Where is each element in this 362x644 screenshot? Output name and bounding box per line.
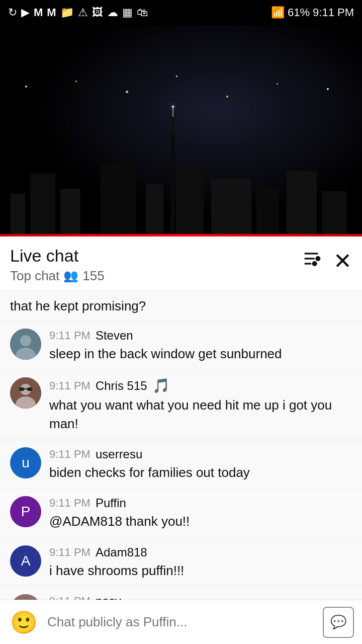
- emoji-icon: 🙂: [10, 609, 38, 635]
- music-note-icon: 🎵: [152, 377, 170, 394]
- msg-time: 9:11 PM: [49, 546, 90, 559]
- svg-point-3: [316, 257, 320, 261]
- mastodon-icon: M: [47, 6, 56, 19]
- msg-text: what you want what you need hit me up i …: [49, 396, 352, 433]
- chat-message-chris: 9:11 PM Chris 515 🎵 what you want what y…: [0, 370, 362, 440]
- chat-message-adam: A 9:11 PM Adam818 i have shrooms puffin!…: [0, 538, 362, 587]
- top-chat-label: Top chat: [10, 268, 59, 284]
- viewer-count: 155: [82, 268, 104, 284]
- message-content-adam: 9:11 PM Adam818 i have shrooms puffin!!!: [49, 545, 352, 580]
- time-display: 9:11 PM: [313, 6, 354, 19]
- svg-point-6: [20, 335, 31, 346]
- msg-time: 9:11 PM: [49, 497, 90, 510]
- message-content-userresu: 9:11 PM userresu biden checks for famili…: [49, 447, 352, 481]
- msg-author-adam: Adam818: [96, 545, 147, 559]
- progress-bar: [0, 234, 362, 236]
- live-chat-panel: Live chat Top chat 👥 155 ✕: [0, 236, 362, 644]
- folder-icon: 📁: [60, 6, 74, 19]
- msg-text: biden checks for families out today: [49, 463, 352, 481]
- photo-icon: 🖼: [92, 6, 103, 19]
- svg-point-4: [313, 262, 316, 266]
- msg-author: Steven: [96, 329, 133, 343]
- grid-icon: ▦: [122, 6, 133, 19]
- live-chat-title: Live chat: [10, 246, 105, 266]
- status-icons-left: ↻ ▶ M M 📁 ⚠ 🖼 ☁ ▦ 🛍: [8, 6, 148, 19]
- battery-text: 61%: [288, 6, 310, 19]
- people-icon: 👥: [63, 269, 78, 283]
- avatar-chris: [10, 377, 41, 409]
- chat-message-userresu: u 9:11 PM userresu biden checks for fami…: [0, 440, 362, 489]
- send-icon: 💬: [330, 614, 346, 630]
- msg-text: @ADAM818 thank you!!: [49, 512, 352, 530]
- msg-time: 9:11 PM: [49, 379, 90, 392]
- avatar-userresu: u: [10, 447, 41, 478]
- chat-message-puffin: P 9:11 PM Puffin @ADAM818 thank you!!: [0, 489, 362, 538]
- msg-author-chris: Chris 515: [96, 379, 147, 393]
- send-button[interactable]: 💬: [323, 607, 354, 638]
- status-icons-right: 📶 61% 9:11 PM: [271, 6, 354, 19]
- message-content-chris: 9:11 PM Chris 515 🎵 what you want what y…: [49, 377, 352, 433]
- avatar-adam: A: [10, 545, 41, 577]
- emoji-button[interactable]: 🙂: [8, 607, 39, 638]
- message-content-steven: 9:11 PM Steven sleep in the back window …: [49, 329, 352, 363]
- chat-input[interactable]: [47, 607, 315, 637]
- live-chat-header: Live chat Top chat 👥 155 ✕: [0, 236, 362, 291]
- msg-time: 9:11 PM: [49, 329, 90, 342]
- msg-time: 9:11 PM: [49, 448, 90, 461]
- sync-icon: ↻: [8, 6, 17, 19]
- truncated-message: that he kept promising?: [0, 291, 362, 321]
- m-icon: M: [34, 6, 43, 19]
- svg-rect-12: [27, 387, 32, 391]
- chat-message-steven: 9:11 PM Steven sleep in the back window …: [0, 321, 362, 370]
- avatar-steven: [10, 329, 41, 360]
- youtube-icon: ▶: [21, 6, 30, 19]
- avatar-puffin: P: [10, 496, 41, 527]
- status-bar: ↻ ▶ M M 📁 ⚠ 🖼 ☁ ▦ 🛍 📶 61% 9:11 PM: [0, 0, 362, 25]
- msg-author-puffin: Puffin: [96, 496, 126, 510]
- msg-author-userresu: userresu: [96, 447, 142, 461]
- filter-button[interactable]: [301, 249, 321, 273]
- bag-icon: 🛍: [137, 6, 148, 19]
- svg-rect-11: [19, 387, 24, 391]
- chat-input-bar: 🙂 💬: [0, 600, 362, 644]
- close-button[interactable]: ✕: [333, 250, 352, 272]
- wifi-icon: 📶: [271, 6, 285, 19]
- cloud-icon: ☁: [107, 6, 118, 19]
- msg-text: i have shrooms puffin!!!: [49, 561, 352, 580]
- chat-messages: that he kept promising? 9:11 PM Steven s…: [0, 291, 362, 644]
- alert-icon: ⚠: [78, 6, 88, 19]
- message-content-puffin: 9:11 PM Puffin @ADAM818 thank you!!: [49, 496, 352, 530]
- msg-text: sleep in the back window get sunburned: [49, 345, 352, 363]
- video-player[interactable]: [0, 25, 362, 236]
